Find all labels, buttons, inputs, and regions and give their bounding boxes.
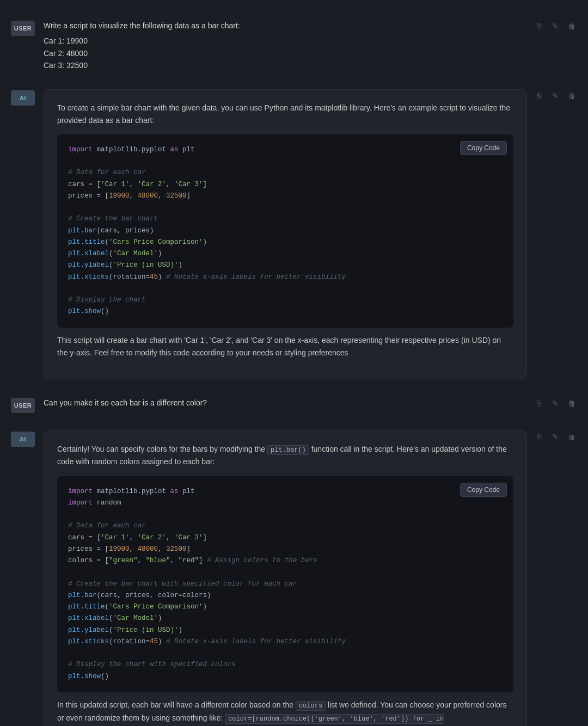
delete-icon-1[interactable]: 🗑 (566, 21, 577, 32)
delete-icon-2[interactable]: 🗑 (566, 398, 577, 409)
code-content-2: import matplotlib.pyplot as plt import r… (68, 486, 503, 682)
plt-bar-inline: plt.bar() (267, 445, 309, 455)
ai-intro-2: Certainly! You can specify colors for th… (57, 443, 513, 469)
delete-icon-ai-2[interactable]: 🗑 (566, 432, 577, 442)
ai-outro-2a: In this updated script, each bar will ha… (57, 699, 513, 726)
user-message-text-1: Write a script to visualize the followin… (44, 20, 527, 32)
ai-response-box-1: To create a simple bar chart with the gi… (44, 89, 527, 379)
ai-message-2: AI Certainly! You can specify colors for… (0, 422, 588, 726)
ai-badge-1: AI (11, 90, 35, 106)
ai-response-box-2: Certainly! You can specify colors for th… (44, 430, 527, 726)
edit-icon-2[interactable]: ✎ (550, 398, 561, 409)
chat-container: USER Write a script to visualize the fol… (0, 0, 588, 726)
ai-message-content-1: To create a simple bar chart with the gi… (44, 89, 527, 379)
copy-icon-ai-1[interactable]: ⎘ (534, 90, 544, 101)
user-message-1: USER Write a script to visualize the fol… (0, 11, 588, 81)
ai-intro-1: To create a simple bar chart with the gi… (57, 102, 513, 127)
delete-icon-ai-1[interactable]: 🗑 (566, 90, 577, 101)
user-data-lines: Car 1: 19900 Car 2: 48000 Car 3: 32500 (44, 35, 527, 71)
code-block-1: Copy Code import matplotlib.pyplot as pl… (57, 134, 513, 328)
ai-outro-2-part1: In this updated script, each bar will ha… (57, 700, 296, 709)
user-message-content-2: Can you make it so each bar is a differe… (44, 397, 527, 409)
copy-code-button-1[interactable]: Copy Code (460, 141, 507, 155)
user-message-2-actions: ⎘ ✎ 🗑 (534, 398, 577, 409)
user-question-2: Can you make it so each bar is a differe… (44, 397, 527, 409)
data-line-1: Car 1: 19900 (44, 35, 527, 47)
code-content-1: import matplotlib.pyplot as plt # Data f… (68, 144, 503, 318)
edit-icon-ai-1[interactable]: ✎ (550, 90, 561, 101)
ai-message-2-actions: ⎘ ✎ 🗑 (534, 432, 577, 442)
colors-inline: colors (296, 701, 326, 711)
copy-icon-2[interactable]: ⎘ (534, 398, 544, 409)
ai-message-content-2: Certainly! You can specify colors for th… (44, 430, 527, 726)
copy-icon-1[interactable]: ⎘ (534, 21, 544, 32)
data-line-3: Car 3: 32500 (44, 59, 527, 71)
copy-icon-ai-2[interactable]: ⎘ (534, 432, 544, 442)
ai-intro-2-part1: Certainly! You can specify colors for th… (57, 445, 265, 453)
ai-message-1: AI To create a simple bar chart with the… (0, 81, 588, 388)
user-message-1-actions: ⎘ ✎ 🗑 (534, 21, 577, 32)
user-message-2: USER Can you make it so each bar is a di… (0, 388, 588, 422)
data-line-2: Car 2: 48000 (44, 47, 527, 59)
user-message-content-1: Write a script to visualize the followin… (44, 20, 527, 72)
ai-outro-1: This script will create a bar chart with… (57, 334, 513, 359)
edit-icon-1[interactable]: ✎ (550, 21, 561, 32)
user-badge-1: USER (11, 21, 35, 36)
edit-icon-ai-2[interactable]: ✎ (550, 432, 561, 442)
ai-message-1-actions: ⎘ ✎ 🗑 (534, 90, 577, 101)
copy-code-button-2[interactable]: Copy Code (460, 483, 507, 497)
user-badge-2: USER (11, 398, 35, 413)
code-block-2: Copy Code import matplotlib.pyplot as pl… (57, 476, 513, 692)
ai-badge-2: AI (11, 432, 35, 447)
